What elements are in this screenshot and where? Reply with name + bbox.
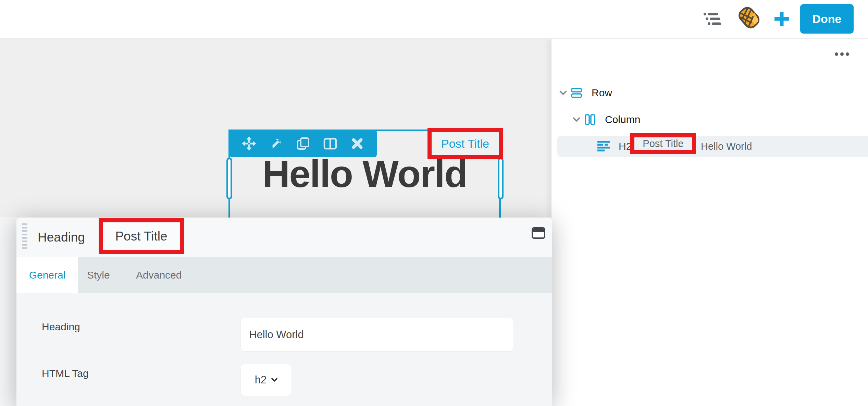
outline-panel: Row Column H2 Post Title Hello World	[551, 39, 868, 406]
module-settings-panel: Heading Post Title General Style Advance…	[16, 218, 552, 406]
tab-general[interactable]: General	[16, 257, 78, 293]
add-content-plus-icon[interactable]	[773, 10, 791, 28]
beaver-builder-editor: Done	[0, 0, 868, 406]
chevron-down-icon[interactable]	[559, 90, 567, 96]
tree-item-column[interactable]: Column	[573, 111, 640, 128]
settings-title-annotation: Post Title	[99, 218, 184, 254]
module-label-annotation: Post Title	[427, 128, 503, 159]
drag-handle[interactable]	[22, 223, 27, 249]
close-icon[interactable]	[349, 136, 365, 151]
heading-field-label: Heading	[42, 321, 80, 333]
move-icon[interactable]	[241, 136, 257, 151]
html-tag-value: h2	[255, 374, 266, 386]
html-tag-field-label: HTML Tag	[42, 368, 89, 379]
tree-item-label: Column	[605, 114, 640, 125]
heading-text-input[interactable]	[241, 318, 513, 351]
settings-body: Heading HTML Tag h2	[16, 293, 552, 406]
top-bar: Done	[0, 0, 868, 39]
chevron-down-icon	[271, 378, 277, 382]
tab-style[interactable]: Style	[87, 257, 110, 293]
settings-title: Heading	[38, 218, 85, 257]
tree-module-label-annotation: Post Title	[630, 133, 696, 154]
tree-module-label: Post Title	[643, 138, 683, 149]
heading-module-icon	[597, 141, 610, 153]
chevron-down-icon[interactable]	[573, 117, 580, 122]
row-icon	[571, 88, 582, 98]
column-icon	[584, 114, 595, 125]
tree-item-heading-module-selected[interactable]: H2 Post Title Hello World	[557, 136, 868, 157]
done-button[interactable]: Done	[800, 4, 854, 34]
tree-item-row[interactable]: Row	[559, 84, 612, 101]
tree-item-label: Row	[592, 87, 612, 99]
settings-header: Heading Post Title	[16, 218, 552, 257]
duplicate-icon[interactable]	[295, 136, 311, 151]
module-toolbar	[230, 130, 377, 157]
settings-title-badge: Post Title	[115, 229, 167, 244]
columns-icon[interactable]	[322, 136, 338, 151]
settings-tabs: General Style Advanced	[16, 257, 552, 293]
tab-advanced[interactable]: Advanced	[136, 257, 182, 293]
html-tag-select[interactable]: h2	[241, 364, 292, 396]
tree-item-tag: H2	[619, 140, 632, 152]
panel-menu-icon[interactable]	[835, 52, 849, 56]
tree-item-preview: Hello World	[701, 141, 752, 152]
outline-list-icon[interactable]	[703, 10, 722, 27]
wrench-settings-icon[interactable]	[268, 136, 284, 151]
module-label: Post Title	[441, 137, 489, 150]
beaver-builder-logo-icon[interactable]	[737, 4, 762, 32]
expand-window-icon[interactable]	[532, 227, 545, 239]
